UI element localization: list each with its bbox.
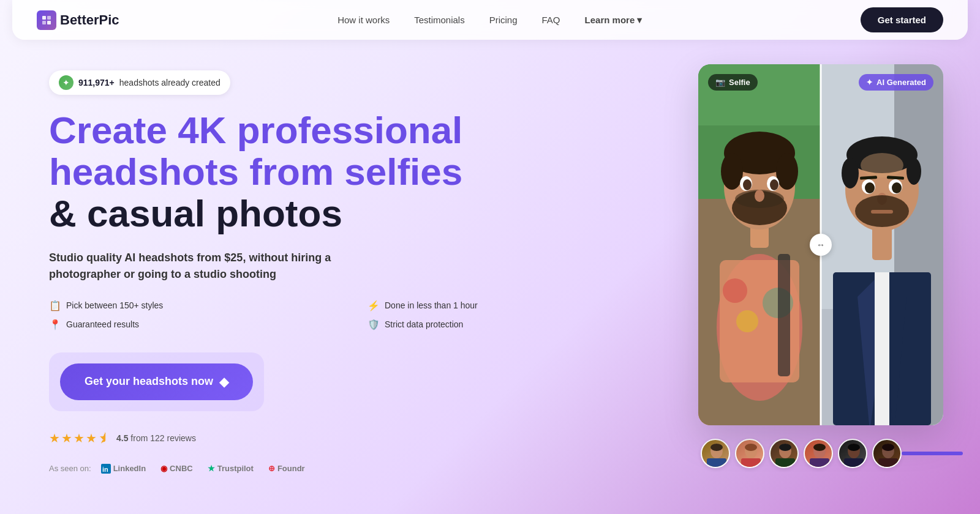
cta-wrapper: Get your headshots now ◆	[49, 352, 264, 411]
badge-count: 911,971+	[78, 78, 115, 88]
svg-point-43	[892, 182, 902, 193]
hero-subtitle: Studio quality AI headshots from $25, wi…	[49, 250, 368, 283]
logo-icon	[37, 10, 56, 30]
svg-point-38	[907, 158, 921, 185]
rating-score: 4.5	[116, 433, 128, 443]
feature-guaranteed-text: Guaranteed results	[66, 319, 139, 329]
ai-label: ✦ AI Generated	[859, 74, 933, 91]
svg-point-53	[745, 444, 757, 451]
nav-testimonials[interactable]: Testimonials	[414, 15, 465, 25]
nav-pricing[interactable]: Pricing	[489, 15, 518, 25]
svg-rect-51	[707, 458, 726, 468]
thumbnail-3[interactable]	[769, 439, 799, 468]
rating-text: 4.5 from 122 reviews	[116, 433, 196, 443]
get-started-button[interactable]: Get started	[861, 7, 943, 32]
diamond-icon: ◆	[219, 374, 228, 389]
selfie-label: 📷 Selfie	[708, 74, 758, 91]
linkedin-logo: in LinkedIn	[101, 464, 146, 474]
svg-rect-60	[810, 458, 829, 468]
svg-rect-63	[844, 458, 864, 468]
svg-point-37	[842, 158, 859, 188]
comparison-handle[interactable]: ↔	[810, 234, 832, 256]
title-line3: & casual photos	[49, 192, 342, 234]
svg-rect-1	[47, 16, 51, 20]
thumbnail-2[interactable]	[735, 439, 764, 468]
title-line1: Create 4K professional	[49, 109, 462, 151]
selfie-label-text: Selfie	[729, 78, 750, 87]
foundr-logo: ⊕ Foundr	[268, 464, 305, 473]
brand-logos: in LinkedIn ◉ CNBC ★ Trustpilot ⊕ Foundr	[101, 464, 305, 474]
svg-point-26	[755, 190, 764, 202]
feature-speed: ⚡ Done in less than 1 hour	[368, 300, 662, 311]
nav-learn-more[interactable]: Learn more ▾	[585, 15, 643, 26]
svg-rect-33	[875, 272, 889, 425]
ai-label-text: AI Generated	[876, 78, 926, 87]
svg-point-11	[723, 278, 747, 303]
nav-faq[interactable]: FAQ	[542, 15, 560, 25]
svg-point-59	[813, 444, 826, 451]
thumbnail-1[interactable]	[701, 439, 730, 468]
feature-speed-text: Done in less than 1 hour	[385, 300, 478, 310]
feature-styles-text: Pick between 150+ styles	[66, 300, 163, 310]
svg-point-13	[736, 310, 758, 332]
privacy-icon: 🛡️	[368, 319, 380, 330]
svg-rect-54	[741, 458, 761, 468]
nav-links: How it works Testimonials Pricing FAQ Le…	[337, 15, 642, 26]
svg-rect-2	[42, 21, 46, 24]
feature-guaranteed: 📍 Guaranteed results	[49, 319, 343, 330]
logo-text: BetterPic	[60, 12, 119, 28]
thumbnails-row	[701, 431, 902, 475]
thumbnail-6[interactable]	[872, 439, 902, 468]
hero-left: ✦ 911,971+ headshots already created Cre…	[49, 64, 662, 474]
as-seen-on: As seen on: in LinkedIn ◉ CNBC ★ Trustpi…	[49, 464, 662, 474]
star-icons: ★★★★⯨	[49, 431, 111, 445]
progress-row	[902, 449, 963, 458]
guaranteed-icon: 📍	[49, 319, 61, 330]
comparison-container: 📷 Selfie	[698, 64, 943, 425]
get-headshots-button[interactable]: Get your headshots now ◆	[60, 363, 253, 400]
svg-point-56	[779, 444, 791, 451]
badge-icon: ✦	[59, 75, 74, 90]
ai-side: ✦ AI Generated	[821, 64, 943, 425]
chevron-down-icon: ▾	[637, 15, 642, 26]
nav-how-it-works[interactable]: How it works	[337, 15, 390, 25]
svg-rect-66	[878, 458, 898, 468]
as-seen-label: As seen on:	[49, 464, 91, 473]
trustpilot-logo: ★ Trustpilot	[208, 464, 254, 473]
feature-privacy: 🛡️ Strict data protection	[368, 319, 662, 330]
progress-bar	[902, 452, 963, 455]
svg-point-19	[776, 153, 798, 190]
selfie-camera-icon: 📷	[715, 78, 725, 87]
svg-point-42	[865, 182, 875, 193]
svg-point-22	[743, 179, 752, 190]
cnbc-logo: ◉ CNBC	[160, 464, 193, 473]
styles-icon: 📋	[49, 300, 61, 311]
svg-point-39	[861, 153, 903, 177]
rating-row: ★★★★⯨ 4.5 from 122 reviews	[49, 431, 662, 445]
cta-label: Get your headshots now	[85, 375, 213, 388]
svg-rect-0	[42, 16, 46, 20]
title-line2: headshots from selfies	[49, 151, 462, 193]
svg-point-65	[882, 444, 894, 451]
svg-point-23	[770, 179, 778, 190]
badge-text: headshots already created	[119, 78, 221, 88]
headshots-badge: ✦ 911,971+ headshots already created	[49, 70, 230, 95]
hero-title: Create 4K professional headshots from se…	[49, 110, 662, 235]
svg-rect-57	[775, 458, 795, 468]
svg-rect-48	[871, 210, 893, 214]
comparison-footer	[698, 425, 943, 475]
hero-section: ✦ 911,971+ headshots already created Cre…	[0, 40, 980, 475]
hero-right: 📷 Selfie	[698, 64, 943, 475]
thumbnail-4[interactable]	[804, 439, 833, 468]
features-grid: 📋 Pick between 150+ styles ⚡ Done in les…	[49, 300, 662, 330]
logo[interactable]: BetterPic	[37, 10, 119, 30]
navbar: BetterPic How it works Testimonials Pric…	[12, 0, 968, 40]
selfie-side: 📷 Selfie	[698, 64, 821, 425]
feature-privacy-text: Strict data protection	[385, 319, 463, 329]
thumbnail-5[interactable]	[838, 439, 867, 468]
svg-point-62	[848, 444, 860, 451]
svg-text:in: in	[102, 466, 108, 473]
speed-icon: ⚡	[368, 300, 380, 311]
rating-reviews: from 122 reviews	[130, 433, 196, 443]
ai-sparkle-icon: ✦	[866, 78, 873, 87]
